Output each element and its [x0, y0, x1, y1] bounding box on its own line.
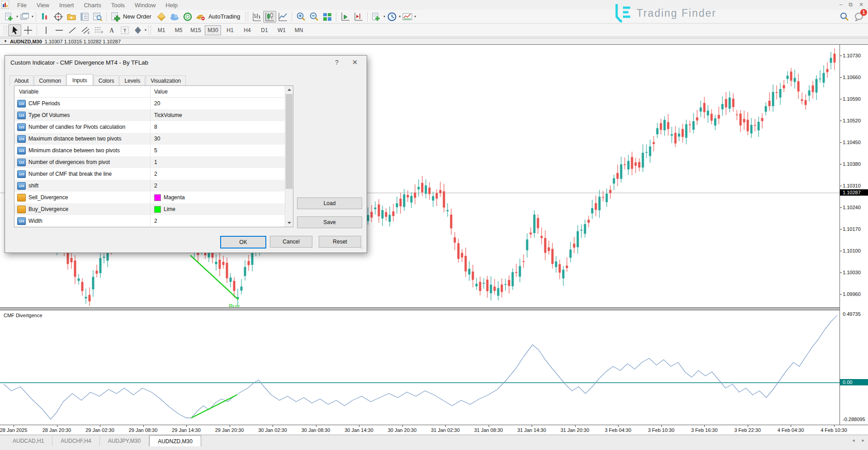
- dialog-tab-inputs[interactable]: Inputs: [66, 74, 93, 86]
- value-cell[interactable]: 2: [150, 168, 293, 180]
- chart-tab-audchfh4[interactable]: AUDCHF,H4: [52, 436, 99, 446]
- bar-chart-mode-button[interactable]: [250, 11, 263, 23]
- data-window-button[interactable]: [52, 11, 65, 23]
- line-chart-mode-button[interactable]: [276, 11, 289, 23]
- channel-tool[interactable]: E: [79, 24, 92, 36]
- profiles-button[interactable]: [18, 11, 31, 23]
- scroll-left-icon[interactable]: ◂: [852, 437, 855, 443]
- arrows-tool[interactable]: [131, 24, 144, 36]
- chart-tab-audjpym30[interactable]: AUDJPY,M30: [100, 436, 149, 446]
- value-cell[interactable]: TickVolume: [150, 109, 293, 121]
- menu-window[interactable]: Window: [130, 1, 160, 9]
- timeframe-m30[interactable]: M30: [205, 25, 221, 35]
- time-axis[interactable]: 28 Jan 202528 Jan 20:3029 Jan 02:3029 Ja…: [0, 425, 868, 435]
- market-watch-button[interactable]: [38, 11, 52, 23]
- menu-tools[interactable]: Tools: [107, 1, 129, 9]
- close-button[interactable]: ✕: [859, 1, 863, 8]
- table-row[interactable]: Sell_DivergenceMagenta: [14, 192, 293, 203]
- metaeditor-icon[interactable]: [155, 11, 168, 23]
- zoom-out-button[interactable]: [307, 11, 321, 23]
- minimize-button[interactable]: –: [840, 1, 843, 8]
- scroll-down-button[interactable]: [285, 219, 293, 227]
- menu-view[interactable]: View: [32, 1, 54, 9]
- timeframe-m1[interactable]: M1: [153, 25, 170, 35]
- ok-button[interactable]: OK: [220, 236, 266, 248]
- timeframe-h1[interactable]: H1: [222, 25, 238, 35]
- value-cell[interactable]: 20: [150, 98, 293, 109]
- value-cell[interactable]: 1: [150, 156, 293, 168]
- crosshair-tool[interactable]: [21, 24, 34, 36]
- value-cell[interactable]: 2: [150, 180, 293, 192]
- timeframe-mn[interactable]: MN: [291, 25, 307, 35]
- save-button[interactable]: Save: [297, 216, 362, 228]
- dialog-tab-visualization[interactable]: Visualization: [146, 75, 186, 86]
- new-order-label[interactable]: New Order: [123, 13, 151, 20]
- dialog-tab-colors[interactable]: Colors: [94, 75, 119, 86]
- table-row[interactable]: 123Type Of VolumesTickVolume: [14, 109, 293, 121]
- fibonacci-tool[interactable]: F: [92, 24, 105, 36]
- autotrading-label[interactable]: AutoTrading: [208, 13, 240, 20]
- value-cell[interactable]: 30: [150, 133, 293, 145]
- price-axis[interactable]: 1.107301.106601.105901.105201.104501.103…: [840, 45, 868, 425]
- cloud-icon[interactable]: [168, 11, 181, 23]
- cancel-button[interactable]: Cancel: [270, 236, 312, 248]
- resize-grip[interactable]: ∷: [361, 247, 365, 251]
- text-tool[interactable]: A: [105, 24, 118, 36]
- dialog-tab-about[interactable]: About: [9, 75, 33, 86]
- cmf-indicator-panel[interactable]: CMF Divertgence: [0, 310, 840, 425]
- table-row[interactable]: 123Maximum distance between two pivots30: [14, 133, 293, 145]
- table-row[interactable]: 123CMF Periods20: [14, 98, 293, 109]
- dialog-tab-common[interactable]: Common: [34, 75, 66, 86]
- chart-tab-audcadh1[interactable]: AUDCAD,H1: [5, 436, 52, 446]
- cursor-tool[interactable]: [8, 24, 21, 36]
- new-chart-dropdown[interactable]: [370, 11, 383, 23]
- candlestick-mode-button[interactable]: [263, 11, 276, 23]
- menu-charts[interactable]: Charts: [79, 1, 105, 9]
- load-button[interactable]: Load: [297, 197, 362, 209]
- value-cell[interactable]: 2: [150, 215, 293, 227]
- chevron-down-icon[interactable]: ▼: [4, 39, 7, 43]
- panel-splitter[interactable]: [0, 307, 868, 310]
- restore-button[interactable]: ⧉: [849, 1, 853, 8]
- value-cell[interactable]: 8: [150, 121, 293, 133]
- dialog-close-button[interactable]: ✕: [346, 58, 364, 66]
- chat-icon[interactable]: 1: [854, 12, 864, 21]
- terminal-button[interactable]: [78, 11, 91, 23]
- table-row[interactable]: 123shift2: [14, 180, 293, 192]
- chart-shift-button[interactable]: [352, 11, 365, 23]
- tile-windows-button[interactable]: [321, 11, 334, 23]
- new-order-icon[interactable]: [109, 11, 122, 23]
- new-chart-button[interactable]: [3, 11, 16, 23]
- table-row[interactable]: 123Minimum distance between two pivots5: [14, 145, 293, 156]
- search-icon[interactable]: [840, 12, 849, 21]
- strategy-tester-button[interactable]: [91, 11, 104, 23]
- text-label-tool[interactable]: T: [118, 24, 131, 36]
- value-cell[interactable]: Lime: [150, 203, 293, 215]
- timeframe-d1[interactable]: D1: [256, 25, 273, 35]
- auto-scroll-button[interactable]: [339, 11, 352, 23]
- scrollbar-thumb[interactable]: [286, 94, 292, 189]
- vertical-line-tool[interactable]: [39, 24, 52, 36]
- indicators-dropdown[interactable]: [401, 11, 414, 23]
- menu-help[interactable]: Help: [161, 1, 182, 9]
- dialog-titlebar[interactable]: Custom Indicator - CMF Divergence MT4 - …: [5, 56, 367, 69]
- scroll-right-icon[interactable]: ▸: [862, 437, 864, 443]
- menu-insert[interactable]: Insert: [55, 1, 79, 9]
- table-row[interactable]: 123Number of candles for Pivots calculat…: [14, 121, 293, 133]
- timeframe-m15[interactable]: M15: [188, 25, 204, 35]
- navigator-button[interactable]: ★: [65, 11, 78, 23]
- zoom-in-button[interactable]: [294, 11, 307, 23]
- value-cell[interactable]: 5: [150, 145, 293, 156]
- table-row[interactable]: 123Width2: [14, 215, 293, 227]
- autotrading-icon[interactable]: [194, 11, 208, 23]
- timeframe-h4[interactable]: H4: [239, 25, 255, 35]
- community-icon[interactable]: [181, 11, 194, 23]
- table-row[interactable]: 123Number of divergences from pivot1: [14, 156, 293, 168]
- help-button[interactable]: ?: [328, 59, 346, 66]
- horizontal-line-tool[interactable]: [52, 24, 66, 36]
- chart-tab-audnzdm30[interactable]: AUDNZD,M30: [149, 435, 201, 446]
- periods-dropdown[interactable]: [385, 11, 398, 23]
- value-cell[interactable]: Magenta: [150, 192, 293, 203]
- reset-button[interactable]: Reset: [319, 236, 361, 248]
- table-row[interactable]: 123Number of CMF that break the line2: [14, 168, 293, 180]
